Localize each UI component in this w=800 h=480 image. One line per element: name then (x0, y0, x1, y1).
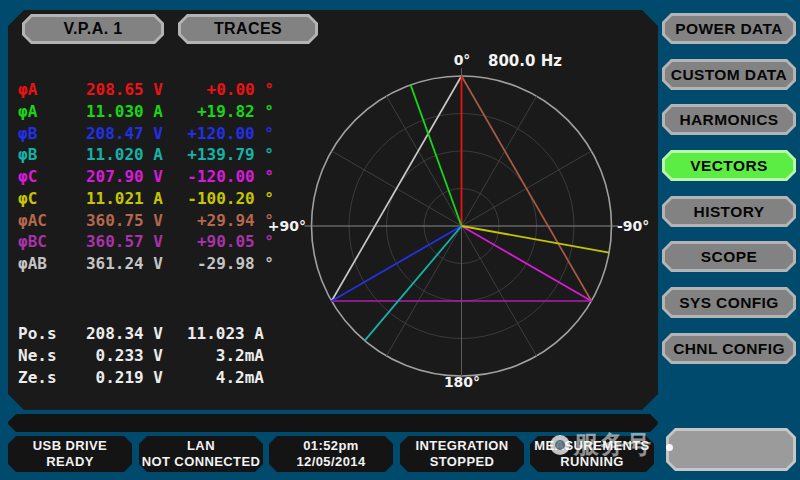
phase-value: 208.65 V (70, 80, 163, 99)
frequency-readout: 800.0 Hz (488, 52, 562, 70)
phase-label: φA (18, 80, 68, 99)
nav-button-scope[interactable]: SCOPE (662, 241, 796, 272)
traces-button[interactable]: TRACES (178, 14, 318, 44)
integration-status-text: INTEGRATION (416, 438, 509, 454)
blank-button[interactable] (666, 428, 796, 471)
vpa-select-button[interactable]: V.P.A. 1 (22, 14, 164, 44)
summary-current: 3.2mA (162, 346, 264, 365)
phase-angle: +19.82 ° (172, 102, 274, 121)
phase-label: φBC (18, 232, 68, 251)
phase-label: φB (18, 124, 68, 143)
usb-status: USB DRIVEREADY (8, 436, 132, 472)
blank-button-face (669, 431, 793, 468)
phase-angle: -120.00 ° (172, 167, 274, 186)
summary-voltage: 208.34 V (70, 324, 163, 343)
summary-voltage: 0.219 V (70, 368, 163, 387)
phase-label: φAB (18, 254, 68, 273)
nav-button-sys-config-label: SYS CONFIG (665, 290, 793, 315)
summary-current: 11.023 A (162, 324, 264, 343)
angle-label-plus90: +90° (252, 218, 306, 234)
integration-status: INTEGRATIONSTOPPED (400, 436, 524, 472)
power-analyzer-screen: V.P.A. 1TRACES φA208.65 V+0.00 °φA11.030… (0, 0, 800, 480)
nav-button-harmonics-label: HARMONICS (665, 107, 793, 132)
phase-label: φB (18, 145, 68, 164)
phase-label: φC (18, 167, 68, 186)
angle-label-0: 0° (450, 52, 474, 68)
angle-label-180: 180° (440, 374, 484, 390)
lan-status-text: NOT CONNECTED (142, 454, 261, 470)
traces-button-label: TRACES (181, 17, 315, 41)
phase-angle: -100.20 ° (172, 189, 274, 208)
nav-button-sys-config[interactable]: SYS CONFIG (662, 287, 796, 318)
phase-value: 208.47 V (70, 124, 163, 143)
clock-date: 01:52pm12/05/2014 (269, 436, 393, 472)
usb-status-text: USB DRIVE (33, 438, 107, 454)
clock-date-text: 12/05/2014 (296, 454, 365, 470)
watermark-logo-icon (550, 435, 570, 455)
phase-value: 207.90 V (70, 167, 163, 186)
nav-button-vectors-label: VECTORS (665, 153, 793, 178)
summary-current: 4.2mA (162, 368, 264, 387)
phase-value: 360.75 V (70, 211, 163, 230)
summary-voltage: 0.233 V (70, 346, 163, 365)
watermark: 服务号 (550, 428, 652, 461)
usb-status-text: READY (46, 454, 94, 470)
phase-value: 11.020 A (70, 145, 163, 164)
phase-label: φAC (18, 211, 68, 230)
nav-button-power-data-label: POWER DATA (665, 16, 793, 41)
phase-angle: +120.00 ° (172, 124, 274, 143)
nav-button-scope-label: SCOPE (665, 244, 793, 269)
summary-label: Po.s (18, 324, 70, 343)
summary-label: Ze.s (18, 368, 70, 387)
phase-value: 360.57 V (70, 232, 163, 251)
nav-button-harmonics[interactable]: HARMONICS (662, 104, 796, 135)
phase-angle: +139.79 ° (172, 145, 274, 164)
vpa-select-button-label: V.P.A. 1 (25, 17, 161, 41)
phase-angle: +90.05 ° (172, 232, 274, 251)
nav-button-custom-data[interactable]: CUSTOM DATA (662, 59, 796, 90)
phase-value: 361.24 V (70, 254, 163, 273)
lan-status: LANNOT CONNECTED (139, 436, 263, 472)
nav-button-power-data[interactable]: POWER DATA (662, 13, 796, 44)
phase-label: φC (18, 189, 68, 208)
lan-status-text: LAN (187, 438, 215, 454)
phase-angle: +0.00 ° (172, 80, 274, 99)
phase-label: φA (18, 102, 68, 121)
clock-date-text: 01:52pm (303, 438, 359, 454)
phase-angle: -29.98 ° (172, 254, 274, 273)
watermark-dot (666, 444, 673, 451)
nav-button-history-label: HISTORY (665, 199, 793, 224)
nav-button-chnl-config-label: CHNL CONFIG (665, 336, 793, 361)
nav-button-vectors[interactable]: VECTORS (662, 150, 796, 181)
integration-status-text: STOPPED (430, 454, 495, 470)
summary-label: Ne.s (18, 346, 70, 365)
phase-value: 11.021 A (70, 189, 163, 208)
nav-button-history[interactable]: HISTORY (662, 196, 796, 227)
watermark-text: 服务号 (574, 428, 652, 461)
angle-label-minus90: -90° (617, 218, 649, 234)
phase-value: 11.030 A (70, 102, 163, 121)
nav-button-custom-data-label: CUSTOM DATA (665, 62, 793, 87)
nav-button-chnl-config[interactable]: CHNL CONFIG (662, 333, 796, 364)
